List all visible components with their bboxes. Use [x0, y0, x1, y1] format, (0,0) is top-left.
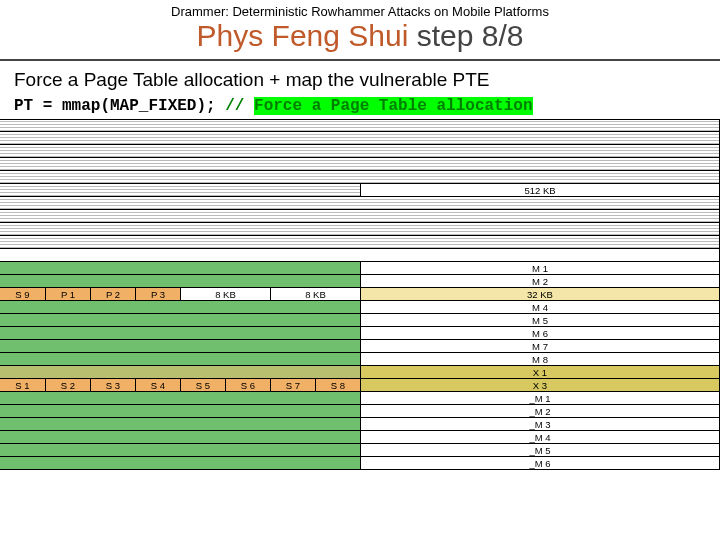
- mem-cell-m1: M 1: [360, 262, 720, 274]
- mem-cell-m4: M 4: [360, 301, 720, 313]
- mem-cell-hatched: [0, 132, 720, 144]
- mem-cell-green: [0, 418, 360, 430]
- mem-cell-olive: [0, 366, 360, 378]
- mem-cell-s5: S 5: [180, 379, 225, 391]
- mem-cell-s2: S 2: [45, 379, 90, 391]
- mem-cell-s1: S 1: [0, 379, 45, 391]
- mem-row-m7: M 7: [0, 340, 720, 353]
- mem-cell-green: [0, 340, 360, 352]
- mem-cell-s7: S 7: [270, 379, 315, 391]
- mem-cell-green: [0, 444, 360, 456]
- mem-cell-p2: P 2: [90, 288, 135, 300]
- mem-cell-8kb-a: 8 KB: [180, 288, 270, 300]
- mem-row: [0, 119, 720, 132]
- mem-cell-green: [0, 314, 360, 326]
- mem-cell-green: [0, 392, 360, 404]
- mem-cell-_m1: _M 1: [360, 392, 720, 404]
- mem-cell-x3: X 3: [360, 379, 720, 391]
- mem-cell-512kb: 512 KB: [360, 184, 720, 196]
- mem-row-m1: M 1: [0, 262, 720, 275]
- slide-title: Phys Feng Shui step 8/8: [0, 19, 720, 61]
- mem-cell-hatched: [0, 223, 720, 235]
- mem-row: [0, 145, 720, 158]
- mem-cell-_m5: _M 5: [360, 444, 720, 456]
- mem-row-m2: M 2: [0, 275, 720, 288]
- mem-row: [0, 132, 720, 145]
- mem-row-_m3: _M 3: [0, 418, 720, 431]
- mem-cell-hatched: [0, 171, 720, 183]
- mem-row-_m2: _M 2: [0, 405, 720, 418]
- mem-row-m5: M 5: [0, 314, 720, 327]
- mem-row: [0, 210, 720, 223]
- code-comment-text: Force a Page Table allocation: [254, 97, 532, 115]
- mem-row-x1: X 1: [0, 366, 720, 379]
- mem-cell-green: [0, 262, 360, 274]
- mem-cell-s6: S 6: [225, 379, 270, 391]
- mem-row: [0, 171, 720, 184]
- mem-cell-hatched: [0, 158, 720, 170]
- mem-cell-_m4: _M 4: [360, 431, 720, 443]
- mem-cell-_m3: _M 3: [360, 418, 720, 430]
- mem-cell-x1: X 1: [360, 366, 720, 378]
- mem-cell-hatched: [0, 145, 720, 157]
- mem-cell-_m2: _M 2: [360, 405, 720, 417]
- mem-cell-blank: [0, 249, 720, 261]
- mem-cell-green: [0, 275, 360, 287]
- mem-row: [0, 197, 720, 210]
- title-prefix: Phys Feng Shui: [197, 19, 409, 52]
- mem-row-m6: M 6: [0, 327, 720, 340]
- code-line: PT = mmap(MAP_FIXED); // Force a Page Ta…: [0, 97, 720, 119]
- mem-cell-s4: S 4: [135, 379, 180, 391]
- title-suffix: step 8/8: [408, 19, 523, 52]
- mem-cell-hatched: [0, 184, 360, 196]
- mem-row: [0, 236, 720, 249]
- mem-cell-s9: S 9: [0, 288, 45, 300]
- mem-cell-green: [0, 431, 360, 443]
- mem-row-s1s8: S 1 S 2 S 3 S 4 S 5 S 6 S 7 S 8 X 3: [0, 379, 720, 392]
- mem-row-_m6: _M 6: [0, 457, 720, 470]
- mem-cell-hatched: [0, 210, 720, 222]
- mem-cell-green: [0, 405, 360, 417]
- code-lhs: PT = mmap(MAP_FIXED);: [14, 97, 216, 115]
- mem-cell-p1: P 1: [45, 288, 90, 300]
- mem-cell-hatched: [0, 197, 720, 209]
- mem-row-blank: [0, 249, 720, 262]
- mem-cell-green: [0, 301, 360, 313]
- mem-cell-32kb: 32 KB: [360, 288, 720, 300]
- mem-cell-m6: M 6: [360, 327, 720, 339]
- mem-cell-p3: P 3: [135, 288, 180, 300]
- slide-header: Drammer: Deterministic Rowhammer Attacks…: [0, 0, 720, 19]
- slide-subtitle: Force a Page Table allocation + map the …: [0, 69, 720, 97]
- code-comment-slashes: //: [216, 97, 254, 115]
- mem-row-m4: M 4: [0, 301, 720, 314]
- mem-row-sp: S 9 P 1 P 2 P 3 8 KB 8 KB 32 KB: [0, 288, 720, 301]
- mem-cell-8kb-b: 8 KB: [270, 288, 360, 300]
- memory-diagram: 512 KB M 1 M 2 S 9 P 1 P 2 P 3 8 KB 8 KB…: [0, 119, 720, 470]
- mem-cell-hatched: [0, 236, 720, 248]
- mem-cell-m2: M 2: [360, 275, 720, 287]
- mem-cell-m7: M 7: [360, 340, 720, 352]
- mem-cell-s8: S 8: [315, 379, 360, 391]
- mem-cell-green: [0, 327, 360, 339]
- mem-cell-hatched: [0, 120, 720, 131]
- mem-row-_m5: _M 5: [0, 444, 720, 457]
- mem-row-_m4: _M 4: [0, 431, 720, 444]
- mem-row: [0, 158, 720, 171]
- mem-cell-green: [0, 353, 360, 365]
- mem-cell-s3: S 3: [90, 379, 135, 391]
- mem-cell-m5: M 5: [360, 314, 720, 326]
- mem-row-m8: M 8: [0, 353, 720, 366]
- mem-row: [0, 223, 720, 236]
- mem-cell-_m6: _M 6: [360, 457, 720, 469]
- mem-cell-green: [0, 457, 360, 469]
- mem-cell-m8: M 8: [360, 353, 720, 365]
- mem-row-512kb: 512 KB: [0, 184, 720, 197]
- mem-row-_m1: _M 1: [0, 392, 720, 405]
